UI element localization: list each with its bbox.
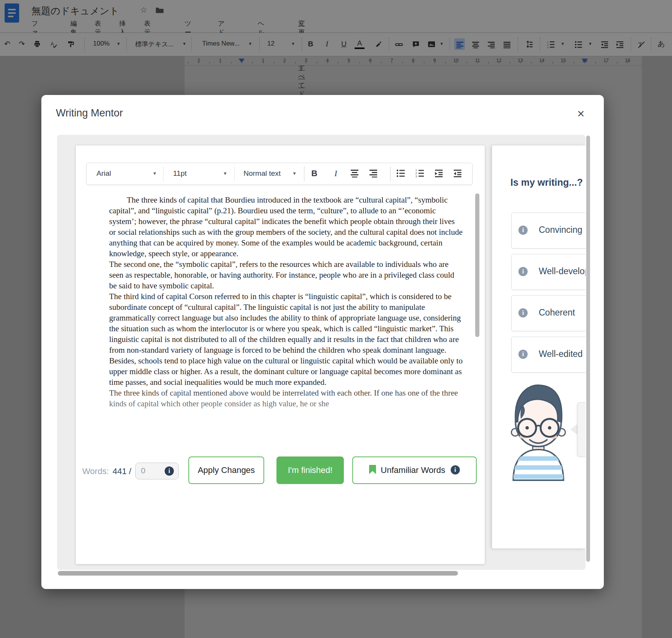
info-icon[interactable]: i <box>518 308 528 317</box>
dialog-content: Arial ▼ 11pt ▼ Normal text ▼ B I <box>57 135 585 570</box>
apply-changes-button[interactable]: Apply Changes <box>188 456 264 484</box>
info-icon[interactable]: i <box>518 350 528 359</box>
unfamiliar-words-button[interactable]: Unfamiliar Wordsi <box>352 456 477 484</box>
editor-bulleted-list-icon[interactable] <box>395 168 407 179</box>
speech-bubble-tab[interactable] <box>577 402 585 456</box>
info-icon[interactable]: i <box>518 267 528 276</box>
editor-font-caret-icon[interactable]: ▼ <box>152 171 157 176</box>
editor-numbered-list-icon[interactable]: 123 <box>414 168 426 179</box>
unfamiliar-info-icon[interactable]: i <box>451 465 460 474</box>
feedback-button-well-developed[interactable]: i Well-developed <box>511 254 585 290</box>
word-limit-info-icon[interactable]: i <box>165 466 174 476</box>
editor-style-caret-icon[interactable]: ▼ <box>292 171 297 176</box>
unfamiliar-words-label: Unfamiliar Words <box>381 465 445 475</box>
dialog-title: Writing Mentor <box>56 107 123 119</box>
info-icon[interactable]: i <box>518 226 528 235</box>
text-fade-overlay <box>76 383 485 456</box>
mentor-avatar <box>506 380 571 481</box>
finished-button[interactable]: I'm finished! <box>276 456 344 484</box>
dialog-horizontal-scrollbar[interactable] <box>58 571 458 576</box>
essay-text[interactable]: The three kinds of capital that Bourdieu… <box>109 195 463 409</box>
close-icon[interactable]: ✕ <box>574 107 587 120</box>
feedback-button-well-edited[interactable]: i Well-edited <box>511 337 585 373</box>
word-limit-input[interactable]: 0 i <box>135 463 179 479</box>
svg-text:3: 3 <box>415 175 417 178</box>
editor-increase-indent-icon[interactable] <box>433 168 445 179</box>
speech-bubble-arrow <box>571 424 578 434</box>
editor-scrollbar[interactable] <box>475 193 479 337</box>
svg-text:1: 1 <box>415 169 417 172</box>
editor-align-right-icon[interactable] <box>368 168 379 179</box>
editor-italic-icon[interactable]: I <box>330 168 342 179</box>
dialog-vertical-scrollbar[interactable] <box>586 136 590 562</box>
essay-paragraph: The second one, the “symbolic capital”, … <box>109 259 463 291</box>
editor-style-select[interactable]: Normal text <box>244 169 281 178</box>
editor-font-select[interactable]: Arial <box>96 169 111 178</box>
essay-paragraph: The three kinds of capital that Bourdieu… <box>109 195 463 259</box>
editor-align-center-icon[interactable] <box>349 168 360 179</box>
writing-mentor-dialog: Writing Mentor ✕ Arial ▼ 11pt ▼ Normal t… <box>41 95 604 589</box>
words-count: 441 / <box>113 466 131 476</box>
words-label: Words: <box>82 466 109 476</box>
feedback-button-coherent[interactable]: i Coherent <box>511 295 585 331</box>
editor-size-select[interactable]: 11pt <box>173 169 187 178</box>
word-limit-value: 0 <box>141 466 146 475</box>
editor-card: Arial ▼ 11pt ▼ Normal text ▼ B I <box>76 146 485 564</box>
editor-bold-icon[interactable]: B <box>309 168 320 179</box>
feedback-panel: Is my writing...? i Convincing i Well-de… <box>492 146 585 548</box>
feedback-button-convincing[interactable]: i Convincing <box>511 213 585 249</box>
panel-heading: Is my writing...? <box>510 177 583 188</box>
editor-toolbar: Arial ▼ 11pt ▼ Normal text ▼ B I <box>86 163 473 185</box>
editor-size-caret-icon[interactable]: ▼ <box>223 171 227 176</box>
bookmark-icon <box>369 465 376 474</box>
essay-paragraph: The third kind of capital Corson referre… <box>109 291 463 388</box>
svg-text:2: 2 <box>415 172 417 175</box>
editor-decrease-indent-icon[interactable] <box>452 168 463 179</box>
editor-footer: Words: 441 / 0 i Apply Changes I'm finis… <box>76 456 485 486</box>
